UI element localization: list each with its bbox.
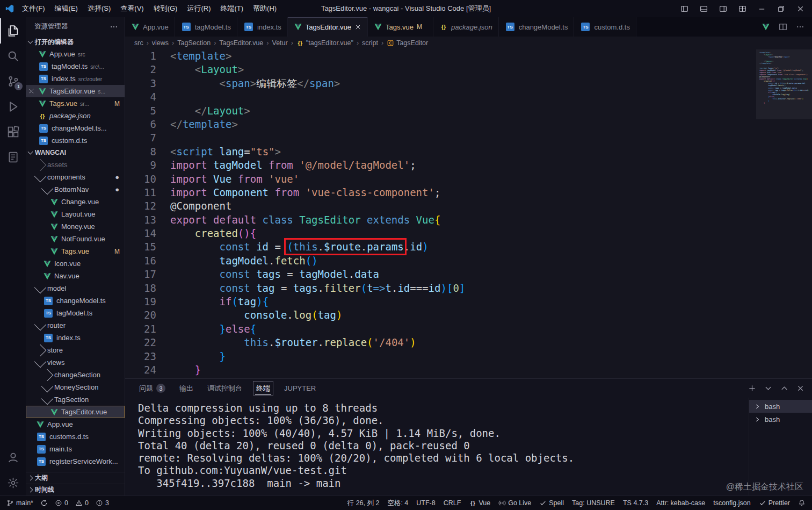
layout-sidebar-button[interactable] — [675, 0, 694, 17]
status-item[interactable]: CRLF — [444, 499, 461, 507]
tree-item[interactable]: changeSection — [26, 369, 125, 381]
close-icon[interactable] — [796, 384, 804, 392]
open-editor-item[interactable]: TSchangeModel.ts... — [26, 122, 125, 134]
editor-tab[interactable]: Tags.vueM — [368, 17, 433, 37]
status-item[interactable]: Tag: UNSURE — [572, 499, 615, 507]
tree-item[interactable]: Icon.vue — [26, 257, 125, 270]
status-item[interactable]: Go Live — [498, 499, 531, 507]
code-line[interactable]: 11import Component from 'vue-class-compo… — [125, 186, 812, 199]
editor-tab[interactable]: {}package.json — [433, 17, 499, 37]
code-line[interactable]: 24 } — [125, 363, 812, 377]
split-icon[interactable] — [779, 23, 787, 31]
minimap[interactable]: <template> <Layout> <span>编辑标签</span> </… — [756, 49, 812, 378]
panel-tab[interactable]: 调试控制台 — [202, 379, 248, 398]
code-line[interactable]: 9import tagModel from '@/model/tagModel'… — [125, 159, 812, 172]
menu-item[interactable]: 查看(V) — [115, 0, 148, 17]
tree-item[interactable]: router — [26, 319, 125, 332]
dropdown-chevron-icon[interactable] — [764, 384, 772, 392]
panel-tab[interactable]: 输出 — [174, 379, 199, 398]
maximize-chevron-icon[interactable] — [780, 384, 788, 392]
code-line[interactable]: 6</template> — [125, 118, 812, 131]
minimize-button[interactable] — [752, 0, 771, 17]
open-editor-item[interactable]: TScustom.d.ts — [26, 134, 125, 147]
tree-item[interactable]: TStagModel.ts — [26, 307, 125, 319]
code-line[interactable]: 22 this.$router.replace('/404') — [125, 336, 812, 349]
breadcrumb-item[interactable]: script — [362, 39, 378, 47]
tree-item[interactable]: TSregisterServiceWork... — [26, 455, 125, 468]
open-editor-item[interactable]: {}package.json — [26, 110, 125, 122]
code-line[interactable]: 14 created(){ — [125, 227, 812, 240]
activity-settings-button[interactable] — [0, 470, 26, 495]
breadcrumb-item[interactable]: TagsEditor — [387, 39, 428, 47]
code-line[interactable]: 21 }else{ — [125, 322, 812, 336]
panel-tab[interactable]: JUPYTER — [279, 379, 321, 398]
menu-item[interactable]: 编辑(E) — [50, 0, 83, 17]
section-project[interactable]: WANGCAI — [26, 147, 125, 159]
vue-icon[interactable] — [762, 23, 770, 31]
menu-item[interactable]: 帮助(H) — [248, 0, 281, 17]
activity-notebook-button[interactable] — [0, 145, 26, 170]
status-item[interactable]: tsconfig.json — [713, 499, 750, 507]
editor-tab[interactable]: TagsEditor.vue — [288, 17, 368, 37]
editor-tab[interactable]: TStagModel.ts — [175, 17, 237, 37]
code-line[interactable]: 8<script lang="ts"> — [125, 145, 812, 159]
code-line[interactable]: 4 — [125, 90, 812, 104]
editor-tab[interactable]: TSindex.ts — [237, 17, 288, 37]
editor-tab[interactable]: TScustom.d.ts — [574, 17, 636, 37]
activity-account-button[interactable] — [0, 445, 26, 470]
tree-item[interactable]: TSchangeModel.ts — [26, 294, 125, 307]
code-line[interactable]: 18 const tag = tags.filter(t=>t.id===id)… — [125, 282, 812, 295]
breadcrumb-item[interactable]: TagSection — [177, 39, 211, 47]
open-editor-item[interactable]: App.vuesrc — [26, 48, 125, 60]
tree-item[interactable]: assets — [26, 159, 125, 171]
panel-tab[interactable]: 终端 — [251, 379, 276, 398]
tree-item[interactable]: Money.vue — [26, 220, 125, 233]
code-line[interactable]: 20 console.log(tag) — [125, 308, 812, 322]
activity-source-control-button[interactable]: 1 — [0, 69, 26, 94]
activity-search-button[interactable] — [0, 44, 26, 69]
menu-item[interactable]: 文件(F) — [17, 0, 50, 17]
status-item[interactable]: main* — [6, 499, 33, 507]
status-item[interactable]: 行 26, 列 2 — [347, 499, 380, 508]
code-line[interactable]: 2 <Layout> — [125, 63, 812, 76]
tree-item[interactable]: Tags.vueM — [26, 245, 125, 257]
code-line[interactable]: 3 <span>编辑标签</span> — [125, 77, 812, 90]
status-item[interactable]: Spell — [539, 499, 564, 507]
close-button[interactable] — [791, 0, 810, 17]
status-item[interactable]: 0 — [55, 499, 68, 507]
more-actions-icon[interactable] — [110, 23, 118, 31]
tree-item[interactable]: components● — [26, 171, 125, 183]
tree-item[interactable]: TagSection — [26, 393, 125, 406]
panel-tab[interactable]: 问题3 — [134, 379, 171, 398]
tree-item[interactable]: TSindex.ts — [26, 332, 125, 344]
status-item[interactable]: Prettier — [759, 499, 790, 507]
tree-item[interactable]: Nav.vue — [26, 270, 125, 282]
code-line[interactable]: 5 </Layout> — [125, 104, 812, 118]
code-line[interactable]: 13export default class TagsEditor extend… — [125, 213, 812, 227]
tree-item[interactable]: Change.vue — [26, 196, 125, 208]
open-editor-item[interactable]: Tags.vuesr...M — [26, 97, 125, 110]
terminal-output[interactable]: Delta compression using up to 8 threadsC… — [125, 398, 749, 495]
code-line[interactable]: 10import Vue from 'vue' — [125, 173, 812, 186]
layout-grid-button[interactable] — [733, 0, 752, 17]
menu-item[interactable]: 选择(S) — [83, 0, 115, 17]
menu-item[interactable]: 转到(G) — [149, 0, 183, 17]
tree-item[interactable]: TagsEditor.vue — [26, 406, 125, 418]
status-item[interactable]: UTF-8 — [416, 499, 435, 507]
editor-tab[interactable]: TSchangeModel.ts — [499, 17, 575, 37]
close-icon[interactable] — [354, 24, 361, 31]
code-line[interactable]: 23 } — [125, 350, 812, 363]
editor-tab[interactable]: App.vue — [125, 17, 175, 37]
status-item[interactable]: 0 — [75, 499, 89, 507]
breadcrumb-item[interactable]: src — [134, 39, 143, 47]
close-icon[interactable] — [28, 88, 35, 95]
section-timeline[interactable]: 时间线 — [26, 484, 125, 495]
section-open-editors[interactable]: 打开的编辑器 — [26, 36, 125, 48]
terminal-instance-item[interactable]: bash — [749, 400, 812, 413]
open-editor-item[interactable]: TSindex.tssrc\router — [26, 73, 125, 85]
tree-item[interactable]: views — [26, 356, 125, 369]
terminal-instance-item[interactable]: bash — [749, 413, 812, 426]
tree-item[interactable]: App.vue — [26, 418, 125, 430]
section-outline[interactable]: 大纲 — [26, 472, 125, 484]
layout-sidebar-right-button[interactable] — [713, 0, 733, 17]
